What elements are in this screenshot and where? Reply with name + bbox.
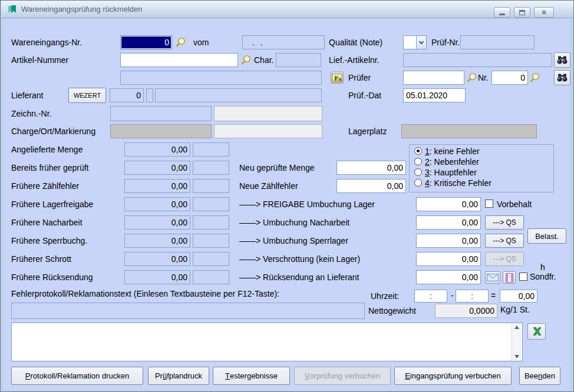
radio-kritische-fehler[interactable] bbox=[414, 179, 422, 187]
pruefer-label: Prüfer bbox=[348, 73, 371, 82]
combo-dropdown-button[interactable] bbox=[416, 36, 426, 49]
pruefer-search-icon[interactable] bbox=[466, 72, 478, 84]
qs-button-nacharbeit[interactable]: ---> QS bbox=[485, 215, 524, 230]
close-button[interactable]: ✕ bbox=[534, 7, 554, 18]
pruefnr-field bbox=[460, 35, 535, 49]
binoculars-icon bbox=[557, 55, 568, 65]
vorbehalt-label: Vorbehalt bbox=[497, 200, 532, 209]
uhrzeit-bis-input[interactable]: : bbox=[456, 290, 489, 303]
charge-field-2 bbox=[214, 124, 322, 138]
qualitaet-combobox[interactable] bbox=[403, 35, 427, 49]
window-title: Wareneingangsprüfung rückmelden bbox=[21, 5, 142, 14]
artikel-input[interactable] bbox=[120, 53, 238, 67]
menge-row-label: Früherer Schrott bbox=[11, 254, 71, 264]
binoculars-search-button-2[interactable] bbox=[554, 70, 570, 85]
neu-menge-input[interactable]: 0,00 bbox=[337, 161, 406, 175]
lieferant-nr-field: 0 bbox=[110, 88, 144, 102]
picture-icon bbox=[332, 74, 342, 82]
menge-row-value: 0,00 bbox=[124, 179, 190, 193]
radio-hauptfehler[interactable] bbox=[414, 168, 422, 176]
artikel-search-icon[interactable] bbox=[240, 54, 252, 66]
lief-artikelnr-label: Lief.-Artikelnr. bbox=[329, 55, 380, 65]
menge-row-label: Frühere Zählfehler bbox=[11, 181, 79, 191]
menge-row-label: Frühere Lagerfreigabe bbox=[11, 200, 93, 209]
lief-artikelnr-field bbox=[403, 53, 552, 67]
uhrzeit-summe-field[interactable]: 0,00 bbox=[500, 290, 537, 303]
menge-row-label: Frühere Rücksendung bbox=[11, 273, 93, 282]
textarea-scrollbar[interactable] bbox=[512, 324, 522, 360]
lieferant-label: Lieferant bbox=[11, 91, 43, 100]
sperrlager-label: ——> Umbuchung Sperrlager bbox=[239, 236, 348, 245]
menge-row-extra bbox=[193, 252, 229, 266]
pruefdat-label: Prüf.-Dat bbox=[348, 91, 381, 100]
neue-zaehlfehler-input[interactable]: 0,00 bbox=[337, 179, 406, 193]
menge-row-value: 0,00 bbox=[124, 197, 190, 211]
charge-label: Charge/Ort/Markierung bbox=[11, 127, 95, 136]
freigabe-input[interactable]: 0,00 bbox=[416, 197, 481, 211]
binoculars-search-button-1[interactable] bbox=[554, 52, 570, 68]
zeichnnr-field-2 bbox=[214, 106, 322, 121]
lagerplatz-field bbox=[401, 124, 537, 138]
radio-nebenfehler[interactable] bbox=[414, 158, 422, 165]
verschrottung-input[interactable]: 0,00 bbox=[416, 252, 481, 266]
minimize-button[interactable] bbox=[494, 7, 510, 18]
pruefer-nr-search-icon[interactable] bbox=[529, 72, 541, 84]
char-field bbox=[276, 53, 321, 67]
zeichnnr-label: Zeichn.-Nr. bbox=[11, 109, 51, 118]
pruefer-nr-input[interactable]: 0 bbox=[491, 71, 528, 85]
menge-row-extra bbox=[193, 215, 229, 230]
pruefer-nr-label: Nr. bbox=[478, 73, 489, 82]
lagerplatz-label: Lagerplatz bbox=[348, 127, 387, 136]
freigabe-label: ——> FREIGABE Umbuchung Lager bbox=[239, 200, 375, 209]
wareneingang-label: Wareneingangs-Nr. bbox=[11, 38, 82, 47]
pruefplandruck-button[interactable]: Prüfplandruck bbox=[148, 367, 209, 385]
ruecksendung-input[interactable]: 0,00 bbox=[416, 270, 481, 284]
wareneingang-nr-input[interactable]: 0 bbox=[120, 35, 172, 49]
belast-button[interactable]: Belast. bbox=[527, 228, 566, 244]
document-icon bbox=[506, 273, 513, 283]
testergebnisse-button[interactable]: Testergebnisse bbox=[213, 367, 290, 385]
document-preview-button[interactable] bbox=[503, 271, 516, 284]
uhrzeit-equals-label: = bbox=[491, 291, 496, 300]
picture-button[interactable] bbox=[331, 72, 344, 84]
beenden-button[interactable]: Beenden bbox=[519, 367, 560, 385]
excel-export-button[interactable] bbox=[527, 323, 546, 340]
protokoll-drucken-button[interactable]: Protokoll/Reklamation drucken bbox=[11, 367, 143, 385]
mail-button[interactable] bbox=[485, 271, 500, 284]
nettogewicht-label: Nettogewicht bbox=[368, 306, 416, 315]
nettogewicht-unit-label: Kg/1 St. bbox=[500, 305, 530, 314]
wareneingang-search-icon[interactable] bbox=[175, 36, 187, 48]
nettogewicht-field: 0,0000 bbox=[435, 304, 497, 318]
maximize-button[interactable] bbox=[514, 7, 530, 18]
pruefer-input[interactable] bbox=[403, 71, 464, 85]
menge-row-value: 0,00 bbox=[124, 252, 190, 266]
sperrlager-input[interactable]: 0,00 bbox=[416, 234, 481, 248]
scroll-down-icon[interactable] bbox=[514, 355, 519, 358]
menge-row-extra bbox=[193, 270, 229, 284]
zeichnnr-field bbox=[110, 106, 212, 121]
nacharbeit-input[interactable]: 0,00 bbox=[416, 215, 481, 230]
menge-row-extra bbox=[193, 197, 229, 211]
sondfr-checkbox[interactable] bbox=[519, 273, 527, 281]
envelope-icon bbox=[487, 274, 499, 281]
lieferant-wezert-button[interactable]: WEZERT bbox=[68, 88, 106, 103]
uhrzeit-von-input[interactable]: : bbox=[414, 290, 447, 303]
form-area: Wareneingangs-Nr. 0 vom . . Qualität (No… bbox=[3, 19, 570, 390]
eingangspruefung-verbuchen-button[interactable]: Eingangsprüfung verbuchen bbox=[394, 367, 512, 385]
radio-nebenfehler-label: 2: Nebenfehler bbox=[425, 157, 479, 167]
sondfr-label: Sondfr. bbox=[530, 272, 556, 281]
menge-row-extra bbox=[193, 179, 229, 193]
h-label: h bbox=[540, 263, 545, 272]
qs-button-sperrlager[interactable]: ---> QS bbox=[485, 234, 524, 248]
artikel-bezeichnung-field bbox=[120, 71, 322, 85]
pruefdat-input[interactable]: 05.01.2020 bbox=[403, 88, 466, 102]
menge-row-extra bbox=[193, 161, 229, 175]
close-icon: ✕ bbox=[541, 9, 546, 16]
radio-keine-fehler[interactable] bbox=[414, 147, 422, 155]
char-label: Char. bbox=[254, 55, 273, 65]
protokoll-textarea[interactable] bbox=[11, 323, 523, 361]
vorbehalt-checkbox[interactable] bbox=[485, 200, 493, 208]
minimize-icon bbox=[499, 14, 505, 15]
ruecksendung-label: ——> Rücksendung an Lieferant bbox=[239, 273, 359, 282]
scroll-up-icon[interactable] bbox=[514, 325, 519, 329]
